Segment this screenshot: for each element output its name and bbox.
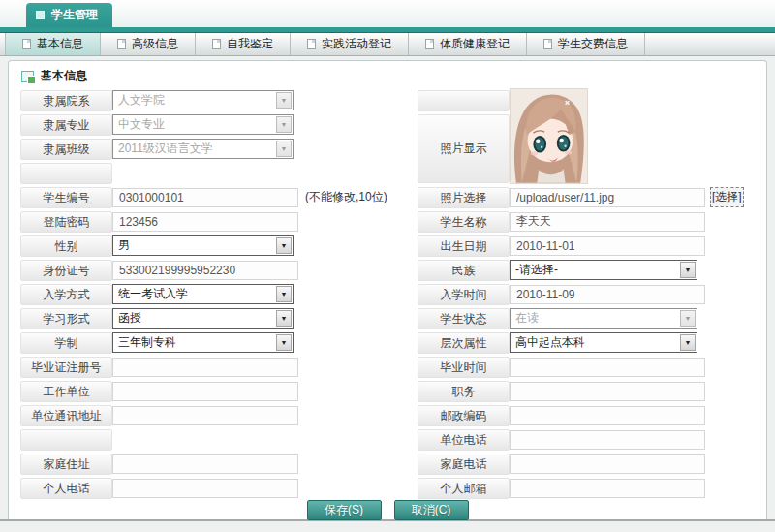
left-column: 隶属院系 人文学院 ▼ 隶属专业 中文专业 ▼ 隶属班级 2011级汉语言文学 … [20, 88, 410, 500]
field-note: (不能修改,10位) [305, 189, 388, 205]
field-label: 出生日期 [418, 235, 510, 257]
tab-practice-activity[interactable]: 实践活动登记 [291, 33, 409, 55]
student-id-input[interactable] [112, 188, 298, 207]
chevron-down-icon: ▼ [680, 310, 696, 327]
tab-bar: 基本信息 高级信息 自我鉴定 实践活动登记 体质健康登记 学生交费信息 [0, 33, 775, 56]
work-phone-input[interactable] [510, 430, 705, 450]
schooling-length-select[interactable]: 三年制专科 ▼ [112, 332, 294, 353]
document-icon [425, 39, 434, 49]
section-header: 基本信息 [9, 61, 766, 84]
field-label: 学制 [20, 332, 112, 354]
spacer-row [20, 427, 410, 452]
student-status-select[interactable]: 在读 ▼ [510, 308, 698, 329]
admission-date-input[interactable] [510, 285, 705, 304]
field-label: 单位通讯地址 [20, 405, 112, 426]
form-area: 隶属院系 人文学院 ▼ 隶属专业 中文专业 ▼ 隶属班级 2011级汉语言文学 … [9, 88, 766, 500]
photo-select-button[interactable]: [选择] [710, 187, 744, 207]
field-label: 家庭住址 [20, 454, 112, 475]
study-form-select[interactable]: 函授 ▼ [112, 308, 294, 329]
form-row: 学生编号 (不能修改,10位) [20, 185, 410, 209]
id-card-input[interactable] [112, 261, 298, 280]
postal-code-input[interactable] [510, 406, 705, 425]
graduation-date-input[interactable] [510, 358, 705, 377]
student-photo [510, 88, 588, 184]
home-address-input[interactable] [112, 454, 298, 474]
form-row: 职务 [418, 379, 770, 403]
cancel-button[interactable]: 取消(C) [394, 500, 469, 520]
empty-label-cell [20, 163, 112, 184]
form-row: 隶属院系 人文学院 ▼ [20, 88, 410, 112]
square-icon [36, 11, 45, 19]
photo-path-input[interactable] [510, 188, 705, 207]
home-phone-input[interactable] [510, 454, 705, 474]
student-name-input[interactable] [510, 212, 705, 232]
form-row: 学生状态 在读 ▼ [418, 306, 770, 330]
spacer-row [20, 161, 410, 185]
form-row: 毕业证注册号 [20, 355, 410, 379]
tab-self-assessment[interactable]: 自我鉴定 [196, 33, 291, 55]
password-input[interactable] [112, 212, 298, 232]
class-select[interactable]: 2011级汉语言文学 ▼ [112, 139, 294, 159]
form-row: 隶属专业 中文专业 ▼ [20, 112, 410, 137]
form-row: 层次属性 高中起点本科 ▼ [418, 330, 770, 355]
chevron-down-icon: ▼ [276, 237, 292, 254]
form-row: 隶属班级 2011级汉语言文学 ▼ [20, 137, 410, 161]
field-label: 单位电话 [418, 429, 510, 451]
personal-email-input[interactable] [510, 479, 705, 498]
tab-advanced-info[interactable]: 高级信息 [101, 33, 196, 55]
tab-label: 实践活动登记 [322, 36, 391, 52]
form-row: 照片选择 [选择] [418, 185, 770, 209]
work-unit-input[interactable] [112, 382, 298, 401]
top-bar: 学生管理 [0, 0, 775, 27]
app-tab-student-management[interactable]: 学生管理 [26, 3, 112, 27]
position-input[interactable] [510, 382, 705, 401]
chevron-down-icon: ▼ [276, 334, 292, 351]
tab-label: 自我鉴定 [227, 36, 273, 52]
select-value: -请选择- [515, 262, 558, 278]
chevron-down-icon: ▼ [276, 286, 292, 302]
document-icon [117, 39, 126, 49]
tab-label: 高级信息 [132, 36, 178, 52]
form-row: 个人电话 [20, 476, 410, 500]
diploma-reg-input[interactable] [112, 358, 298, 377]
personal-phone-input[interactable] [112, 479, 298, 498]
field-label: 毕业时间 [418, 357, 510, 378]
select-value: 高中起点本科 [515, 334, 585, 351]
birth-date-input[interactable] [510, 236, 705, 256]
work-address-input[interactable] [112, 406, 298, 425]
admission-method-select[interactable]: 统一考试入学 ▼ [112, 284, 294, 304]
save-button[interactable]: 保存(S) [307, 500, 382, 520]
tab-payment-info[interactable]: 学生交费信息 [527, 33, 645, 55]
form-row: 工作单位 [20, 379, 410, 403]
basic-info-panel: 基本信息 隶属院系 人文学院 ▼ 隶属专业 中文专业 ▼ 隶属班级 [8, 60, 767, 519]
form-row: 登陆密码 [20, 209, 410, 234]
department-select[interactable]: 人文学院 ▼ [112, 90, 294, 110]
tab-physical-health[interactable]: 体质健康登记 [409, 33, 527, 55]
gender-select[interactable]: 男 ▼ [112, 235, 294, 256]
field-label: 入学时间 [418, 284, 510, 305]
field-label: 学生名称 [418, 211, 510, 233]
empty-label-cell [20, 429, 112, 451]
right-column: 照片显示 照片选择 [选择] 学生名称 出生日期 民族 -请选择- ▼ [418, 88, 770, 500]
select-value: 2011级汉语言文学 [118, 141, 213, 157]
select-value: 人文学院 [118, 92, 165, 109]
tab-basic-info[interactable]: 基本信息 [5, 33, 101, 55]
form-row: 学习形式 函授 ▼ [20, 306, 410, 330]
photo-display-row: 照片显示 [418, 112, 770, 185]
field-label: 隶属班级 [20, 139, 112, 160]
field-label: 民族 [418, 260, 510, 281]
document-icon [307, 39, 316, 49]
form-row: 民族 -请选择- ▼ [418, 258, 770, 282]
tab-label: 体质健康登记 [440, 36, 510, 52]
form-row: 入学时间 [418, 282, 770, 306]
form-row: 邮政编码 [418, 403, 770, 427]
form-row: 性别 男 ▼ [20, 234, 410, 258]
select-value: 函授 [118, 310, 141, 327]
form-row: 身份证号 [20, 258, 410, 282]
major-select[interactable]: 中文专业 ▼ [112, 114, 294, 135]
ethnicity-select[interactable]: -请选择- ▼ [510, 260, 698, 280]
select-value: 统一考试入学 [118, 286, 188, 302]
field-label: 层次属性 [418, 332, 510, 354]
field-label: 学生状态 [418, 308, 510, 329]
level-attribute-select[interactable]: 高中起点本科 ▼ [510, 332, 698, 353]
